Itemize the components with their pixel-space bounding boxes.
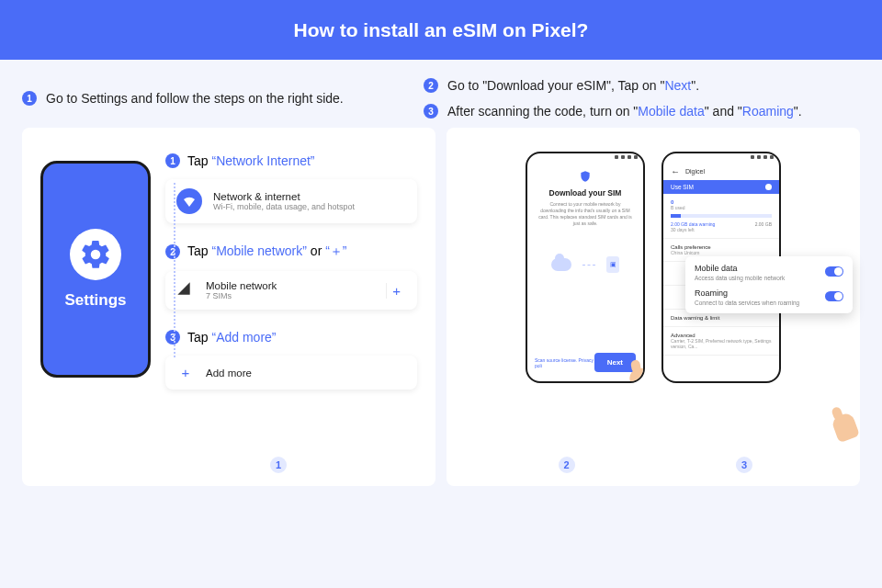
tap-3-head: 3 Tap “Add more” bbox=[165, 330, 417, 345]
row-network-sub: Wi-Fi, mobile, data usage, and hotspot bbox=[213, 202, 355, 211]
card2-number-badge-3: 3 bbox=[736, 457, 752, 473]
download-desc: Connect to your mobile network by downlo… bbox=[527, 198, 643, 231]
use-sim-row[interactable]: Use SIM bbox=[663, 180, 779, 194]
signal-icon bbox=[176, 281, 195, 300]
settings-label: Settings bbox=[64, 291, 126, 310]
page-title: How to install an eSIM on Pixel? bbox=[294, 19, 589, 41]
row-mobile-sub: 7 SIMs bbox=[206, 291, 277, 300]
row-mobile-network[interactable]: Mobile network 7 SIMs + bbox=[165, 271, 417, 310]
carrier-name: Digicel bbox=[685, 168, 705, 175]
card-settings-steps: Settings 1 Tap “Network Internet” Networ… bbox=[22, 128, 435, 486]
card1-number-badge: 1 bbox=[270, 457, 287, 473]
mobile-network-link: “Mobile network” bbox=[211, 243, 306, 258]
mobile-data-toggle-row[interactable]: Mobile dataAccess data using mobile netw… bbox=[695, 264, 843, 281]
page-header: How to install an eSIM on Pixel? bbox=[0, 0, 882, 60]
data-usage-bar bbox=[671, 214, 772, 218]
data-limit: 2.00 GB bbox=[755, 221, 772, 227]
shield-icon bbox=[579, 170, 592, 183]
plus-icon: + bbox=[176, 365, 195, 380]
roaming-link: Roaming bbox=[742, 104, 794, 119]
status-bar-icons bbox=[527, 153, 643, 163]
tap-3-badge: 3 bbox=[165, 330, 180, 345]
add-more-link: “Add more” bbox=[211, 330, 276, 345]
step-3-badge: 3 bbox=[424, 104, 438, 119]
roaming-sub: Connect to data services when roaming bbox=[695, 300, 799, 306]
mobile-data-sub: Access data using mobile network bbox=[695, 275, 785, 281]
back-arrow-icon[interactable]: ← bbox=[671, 166, 680, 176]
mobile-plus-button[interactable]: + bbox=[386, 283, 406, 299]
step-2-text: Go to "Download your eSIM", Tap on "Next… bbox=[447, 78, 699, 93]
plus-link: “＋” bbox=[325, 243, 346, 258]
mobile-data-toggle[interactable] bbox=[825, 266, 843, 277]
tap-2-badge: 2 bbox=[165, 244, 180, 259]
wifi-icon bbox=[176, 188, 202, 214]
roaming-toggle-row[interactable]: RoamingConnect to data services when roa… bbox=[695, 288, 843, 306]
advanced-row[interactable]: AdvancedCarrier, T-2 SIM, Preferred netw… bbox=[663, 327, 779, 356]
hand-pointer-icon bbox=[831, 412, 860, 444]
step-3-text: After scanning the code, turn on "Mobile… bbox=[447, 104, 802, 119]
cloud-icon bbox=[551, 258, 571, 271]
days-left: 30 days left bbox=[671, 227, 772, 232]
card-download-roaming: Download your SIM Connect to your mobile… bbox=[447, 128, 860, 486]
mobile-data-link: Mobile data bbox=[638, 104, 704, 119]
phone-settings-illustration: Settings bbox=[40, 161, 151, 378]
cloud-illustration: ▣ bbox=[527, 256, 643, 273]
step-2: 2 Go to "Download your eSIM", Tap on "Ne… bbox=[424, 78, 860, 93]
mobile-data-title: Mobile data bbox=[695, 264, 785, 273]
sim-card-icon: ▣ bbox=[606, 256, 619, 273]
step-3: 3 After scanning the code, turn on "Mobi… bbox=[424, 104, 860, 119]
tap-1-head: 1 Tap “Network Internet” bbox=[165, 153, 417, 168]
status-bar-icons bbox=[663, 153, 779, 163]
step-1: 1 Go to Settings and follow the steps on… bbox=[22, 91, 401, 106]
download-title: Download your SIM bbox=[527, 188, 643, 198]
row-network-title: Network & internet bbox=[213, 191, 355, 202]
roaming-title: Roaming bbox=[695, 288, 799, 298]
toggle-popup: Mobile dataAccess data using mobile netw… bbox=[685, 256, 853, 313]
gear-icon bbox=[70, 229, 121, 280]
step-1-badge: 1 bbox=[22, 91, 37, 106]
step-1-text: Go to Settings and follow the steps on t… bbox=[46, 91, 344, 106]
row-network-internet[interactable]: Network & internet Wi-Fi, mobile, data u… bbox=[165, 179, 417, 223]
use-sim-toggle[interactable] bbox=[765, 184, 772, 190]
row-add-more[interactable]: + Add more bbox=[165, 356, 417, 390]
download-footer-links[interactable]: Scan source license. Privacy poli bbox=[535, 357, 594, 368]
data-used-label: B used bbox=[671, 205, 772, 210]
connector-line bbox=[174, 183, 175, 357]
roaming-toggle[interactable] bbox=[825, 291, 843, 301]
tap-2-head: 2 Tap “Mobile network” or “＋” bbox=[165, 243, 417, 260]
tap-1-badge: 1 bbox=[165, 153, 180, 168]
phone-download-sim: Download your SIM Connect to your mobile… bbox=[526, 152, 645, 383]
next-link: Next bbox=[664, 78, 691, 93]
row-add-title: Add more bbox=[206, 368, 252, 379]
row-mobile-title: Mobile network bbox=[206, 280, 277, 291]
intro-steps: 1 Go to Settings and follow the steps on… bbox=[0, 60, 882, 128]
settings-header: ←Digicel bbox=[663, 163, 779, 180]
card2-number-badge-2: 2 bbox=[559, 457, 575, 473]
step-2-badge: 2 bbox=[424, 78, 438, 93]
network-internet-link: “Network Internet” bbox=[211, 153, 314, 168]
next-button[interactable]: Next bbox=[594, 353, 636, 372]
